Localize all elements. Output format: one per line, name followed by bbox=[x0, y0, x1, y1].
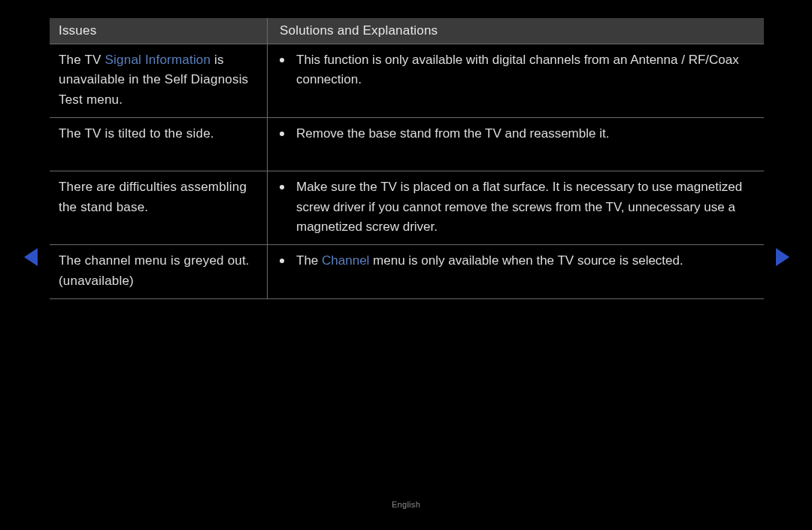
solution-text-accent: Channel bbox=[322, 253, 369, 268]
issue-cell: The TV Signal Information is unavailable… bbox=[50, 44, 268, 117]
bullet-item: Make sure the TV is placed on a flat sur… bbox=[280, 177, 752, 237]
issue-text-pre: The channel menu is greyed out. (unavail… bbox=[59, 253, 250, 287]
bullet-icon bbox=[280, 185, 284, 189]
issue-text-pre: There are difficulties assembling the st… bbox=[59, 180, 247, 214]
issue-text-accent: Signal Information bbox=[105, 53, 211, 67]
issue-text-pre: The TV is tilted to the side. bbox=[59, 126, 214, 141]
troubleshooting-table: Issues Solutions and Explanations The TV… bbox=[50, 18, 764, 299]
header-issues: Issues bbox=[50, 18, 268, 44]
solution-text-pre: The bbox=[296, 253, 322, 268]
bullet-item: Remove the base stand from the TV and re… bbox=[280, 124, 752, 144]
issue-text-pre: The TV bbox=[59, 53, 105, 67]
solution-text-post: menu is only available when the TV sourc… bbox=[369, 253, 683, 268]
bullet-item: The Channel menu is only available when … bbox=[280, 251, 752, 271]
solution-cell: Remove the base stand from the TV and re… bbox=[268, 118, 764, 171]
solution-cell: This function is only available with dig… bbox=[268, 44, 764, 117]
solution-cell: Make sure the TV is placed on a flat sur… bbox=[268, 171, 764, 244]
solution-text-pre: This function is only available with dig… bbox=[296, 53, 739, 86]
solution-text-pre: Make sure the TV is placed on a flat sur… bbox=[296, 180, 742, 234]
table-row: The TV Signal Information is unavailable… bbox=[50, 44, 764, 118]
table-row: The TV is tilted to the side. Remove the… bbox=[50, 118, 764, 171]
header-solutions: Solutions and Explanations bbox=[268, 18, 764, 44]
solution-cell: The Channel menu is only available when … bbox=[268, 245, 764, 298]
bullet-icon bbox=[280, 259, 284, 263]
table-row: The channel menu is greyed out. (unavail… bbox=[50, 245, 764, 299]
solution-text-pre: Remove the base stand from the TV and re… bbox=[296, 126, 609, 141]
issue-cell: The channel menu is greyed out. (unavail… bbox=[50, 245, 268, 298]
table-header-row: Issues Solutions and Explanations bbox=[50, 18, 764, 44]
bullet-icon bbox=[280, 132, 284, 136]
nav-next-icon[interactable] bbox=[776, 248, 789, 266]
issue-cell: There are difficulties assembling the st… bbox=[50, 171, 268, 244]
bullet-item: This function is only available with dig… bbox=[280, 50, 752, 90]
bullet-icon bbox=[280, 58, 284, 62]
footer-language: English bbox=[0, 500, 812, 509]
nav-prev-icon[interactable] bbox=[24, 248, 38, 266]
issue-cell: The TV is tilted to the side. bbox=[50, 118, 268, 171]
table-row: There are difficulties assembling the st… bbox=[50, 171, 764, 245]
